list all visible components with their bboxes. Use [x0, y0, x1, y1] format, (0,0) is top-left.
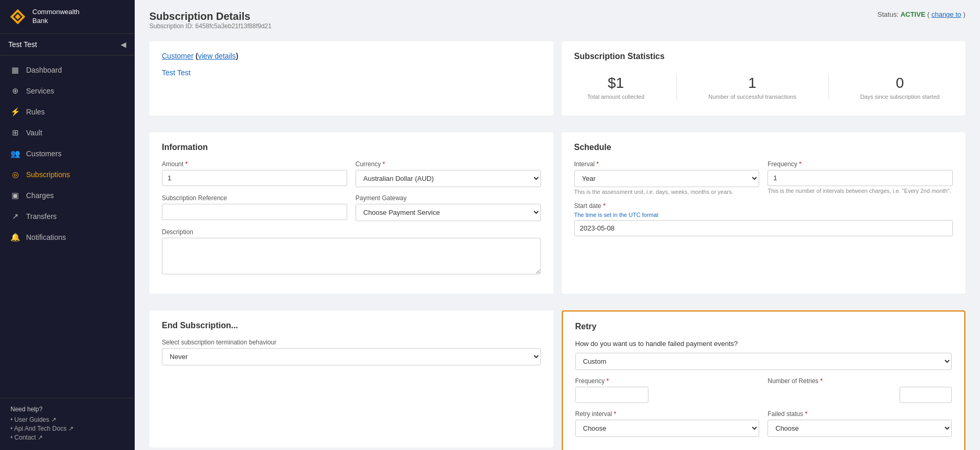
customer-section-title: Customer: [162, 52, 194, 60]
start-date-label: Start date *: [574, 202, 953, 210]
description-label: Description: [162, 228, 541, 236]
stat-transactions: 1 Number of successful transactions: [709, 75, 796, 100]
transfers-icon: ↗: [10, 212, 20, 221]
services-icon: ⊕: [10, 86, 20, 96]
sidebar-item-services[interactable]: ⊕ Services: [0, 80, 135, 101]
sidebar-item-subscriptions[interactable]: ◎ Subscriptions: [0, 164, 135, 185]
frequency-input[interactable]: [768, 170, 953, 186]
view-details-link[interactable]: view details: [198, 52, 235, 60]
customer-name: Test Test: [162, 68, 191, 77]
termination-select[interactable]: Never After number of charges On specifi…: [162, 348, 541, 365]
sidebar-item-label-dashboard: Dashboard: [26, 66, 62, 74]
retry-frequency-retries-row: Frequency * Number of Retries *: [575, 377, 952, 410]
dashboard-icon: ▦: [10, 65, 20, 75]
frequency-label: Frequency *: [768, 160, 953, 168]
status-label: Status:: [878, 10, 899, 18]
interval-select[interactable]: Year Month Week Day: [574, 170, 760, 187]
stat-days-label: Days since subscription started: [860, 94, 939, 100]
currency-label: Currency *: [356, 160, 541, 168]
sidebar-item-rules[interactable]: ⚡ Rules: [0, 101, 135, 122]
retry-interval-group: Retry interval * Choose Days Weeks: [575, 410, 760, 437]
start-date-input[interactable]: [574, 220, 953, 236]
retry-interval-select[interactable]: Choose Days Weeks: [575, 420, 760, 437]
schedule-title: Schedule: [574, 143, 953, 152]
retry-frequency-label: Frequency *: [575, 377, 760, 385]
information-card: Information Amount * Currency * Australi: [149, 132, 553, 294]
end-subscription-card: End Subscription... Select subscription …: [149, 310, 553, 447]
currency-group: Currency * Australian Dollar (AUD) USD E…: [356, 160, 541, 187]
status-change-link[interactable]: change to: [931, 10, 961, 18]
customer-card: Customer (view details) Test Test: [149, 41, 553, 116]
sidebar-item-label-vault: Vault: [26, 129, 42, 137]
sidebar-item-label-subscriptions: Subscriptions: [26, 170, 70, 179]
stats-row: $1 Total amount collected 1 Number of su…: [574, 70, 953, 105]
retry-frequency-group: Frequency *: [575, 377, 760, 403]
interval-group: Interval * Year Month Week Day This is t…: [574, 160, 760, 195]
collapse-icon[interactable]: ◀: [121, 40, 126, 49]
end-subscription-title: End Subscription...: [162, 321, 541, 330]
sidebar-item-notifications[interactable]: 🔔 Notifications: [0, 227, 135, 248]
payment-gateway-group: Payment Gateway Choose Payment Service: [356, 194, 541, 221]
retry-handle-select[interactable]: Custom None Retry once Retry twice: [575, 353, 952, 370]
stat-transactions-value: 1: [709, 75, 796, 91]
stat-transactions-label: Number of successful transactions: [709, 94, 796, 100]
information-title: Information: [162, 143, 541, 152]
stat-amount-value: $1: [587, 75, 644, 91]
stats-card: Subscription Statistics $1 Total amount …: [562, 41, 966, 116]
sidebar-item-label-rules: Rules: [26, 108, 45, 116]
retry-title: Retry: [575, 322, 952, 331]
sidebar-item-label-customers: Customers: [26, 149, 62, 158]
bottom-row: End Subscription... Select subscription …: [149, 310, 965, 450]
failed-status-label: Failed status *: [768, 410, 952, 418]
stats-title: Subscription Statistics: [574, 52, 953, 61]
help-link[interactable]: Api And Tech Docs ↗: [14, 425, 74, 432]
sidebar-item-customers[interactable]: 👥 Customers: [0, 143, 135, 164]
stat-amount: $1 Total amount collected: [587, 75, 644, 100]
description-textarea[interactable]: [162, 238, 541, 274]
paren-close: ): [963, 10, 965, 18]
start-date-hint: The time is set in the UTC format: [574, 212, 953, 218]
description-group: Description: [162, 228, 541, 276]
paren-open: (: [927, 10, 929, 18]
sidebar-item-vault[interactable]: ⊞ Vault: [0, 122, 135, 143]
external-link-icon: ↗: [38, 434, 43, 441]
retry-frequency-input[interactable]: [575, 387, 648, 403]
help-link[interactable]: User Guides ↗: [15, 416, 56, 423]
retry-interval-label: Retry interval *: [575, 410, 760, 418]
customers-icon: 👥: [10, 149, 20, 158]
sidebar-item-dashboard[interactable]: ▦ Dashboard: [0, 60, 135, 80]
interval-hint: This is the assessment unit, i.e. days, …: [574, 189, 760, 195]
currency-select[interactable]: Australian Dollar (AUD) USD EUR: [356, 170, 541, 187]
failed-status-select[interactable]: Choose Cancelled Suspended: [768, 420, 952, 437]
top-row: Customer (view details) Test Test Subscr…: [149, 41, 965, 124]
page-title: Subscription Details: [149, 10, 271, 22]
status-bar: Status: ACTIVE ( change to ): [878, 10, 965, 18]
amount-input[interactable]: [162, 170, 347, 186]
sidebar-item-transfers[interactable]: ↗ Transfers: [0, 206, 135, 227]
subscription-ref-input[interactable]: [162, 204, 347, 220]
rules-icon: ⚡: [10, 107, 20, 117]
vault-icon: ⊞: [10, 128, 20, 137]
retry-retries-input[interactable]: [900, 387, 952, 403]
schedule-card: Schedule Interval * Year Month Week Day …: [562, 132, 966, 294]
frequency-hint: This is the number of intervals between …: [768, 188, 953, 194]
help-title: Need help?: [10, 406, 124, 413]
ref-gateway-row: Subscription Reference Payment Gateway C…: [162, 194, 541, 228]
sidebar-item-label-charges: Charges: [26, 191, 54, 200]
customer-title: Customer (view details): [162, 52, 541, 60]
retry-card: Retry How do you want us to handle faile…: [562, 310, 966, 450]
interval-label: Interval *: [574, 160, 760, 168]
frequency-group: Frequency * This is the number of interv…: [768, 160, 953, 195]
sidebar-item-charges[interactable]: ▣ Charges: [0, 185, 135, 206]
amount-group: Amount *: [162, 160, 347, 187]
termination-group: Select subscription termination behaviou…: [162, 339, 541, 365]
retry-interval-status-row: Retry interval * Choose Days Weeks Faile…: [575, 410, 952, 444]
payment-gateway-select[interactable]: Choose Payment Service: [356, 204, 541, 221]
interval-frequency-row: Interval * Year Month Week Day This is t…: [574, 160, 953, 202]
help-link[interactable]: Contact ↗: [15, 434, 43, 441]
external-link-icon: ↗: [68, 425, 74, 432]
charges-icon: ▣: [10, 191, 20, 200]
retry-retries-group: Number of Retries *: [768, 377, 952, 403]
sidebar-item-label-notifications: Notifications: [26, 233, 66, 241]
subscription-ref-label: Subscription Reference: [162, 194, 347, 202]
